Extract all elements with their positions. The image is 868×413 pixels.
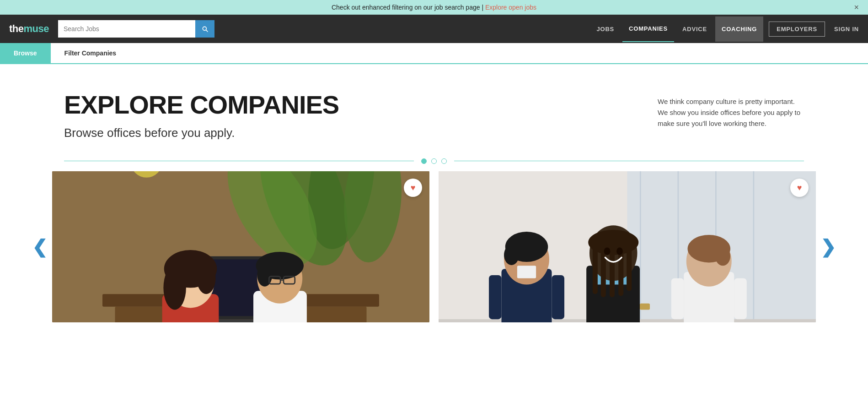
svg-rect-51 bbox=[640, 304, 650, 310]
carousel-dot-2[interactable] bbox=[431, 158, 437, 164]
heart-icon-2: ♥ bbox=[797, 184, 802, 192]
hero-left: EXPLORE COMPANIES Browse offices before … bbox=[64, 92, 630, 140]
banner-text: Check out enhanced filtering on our job … bbox=[332, 4, 485, 11]
divider-left bbox=[64, 161, 414, 161]
hero-right: We think company culture is pretty impor… bbox=[630, 92, 804, 129]
hero-description: We think company culture is pretty impor… bbox=[658, 96, 804, 129]
card-2-favorite-button[interactable]: ♥ bbox=[790, 179, 809, 197]
card-2-image bbox=[439, 171, 816, 322]
svg-point-14 bbox=[163, 266, 186, 310]
logo: themuse bbox=[9, 23, 49, 35]
svg-rect-57 bbox=[734, 278, 747, 319]
card-2-illustration bbox=[439, 171, 816, 322]
logo-the: the bbox=[9, 23, 24, 34]
card-1-image bbox=[52, 171, 429, 322]
site-header: themuse JOBS COMPANIES ADVICE COACHING E… bbox=[0, 15, 868, 43]
company-card-2: ♥ bbox=[439, 171, 816, 322]
svg-rect-56 bbox=[671, 278, 684, 319]
company-card-1: ♥ bbox=[52, 171, 429, 322]
svg-point-36 bbox=[504, 245, 519, 265]
hero-title: EXPLORE COMPANIES bbox=[64, 92, 630, 119]
banner-link[interactable]: Explore open jobs bbox=[485, 4, 536, 11]
nav-item-companies[interactable]: COMPANIES bbox=[622, 16, 674, 42]
svg-point-48 bbox=[588, 230, 638, 255]
divider-right bbox=[454, 161, 804, 161]
subnav: Browse Filter Companies bbox=[0, 43, 868, 64]
announcement-banner: Check out enhanced filtering on our job … bbox=[0, 0, 868, 15]
card-1-favorite-button[interactable]: ♥ bbox=[404, 179, 422, 197]
subnav-browse[interactable]: Browse bbox=[0, 43, 51, 63]
main-nav: JOBS COMPANIES ADVICE COACHING EMPLOYERS… bbox=[590, 16, 859, 42]
svg-rect-39 bbox=[552, 275, 565, 319]
svg-point-50 bbox=[616, 247, 623, 255]
search-icon bbox=[201, 25, 209, 33]
carousel-prev-button[interactable]: ❮ bbox=[27, 236, 52, 257]
nav-employers-button[interactable]: EMPLOYERS bbox=[769, 22, 825, 37]
hero-subtitle: Browse offices before you apply. bbox=[64, 126, 630, 140]
carousel-dot-1[interactable] bbox=[421, 158, 427, 164]
carousel-track: ♥ bbox=[52, 171, 816, 322]
logo-muse: muse bbox=[24, 23, 49, 34]
carousel: ❮ bbox=[0, 171, 868, 322]
nav-signin-link[interactable]: SIGN IN bbox=[834, 26, 859, 33]
subnav-filter-companies[interactable]: Filter Companies bbox=[51, 43, 130, 63]
nav-item-coaching[interactable]: COACHING bbox=[715, 16, 763, 42]
nav-item-jobs[interactable]: JOBS bbox=[590, 16, 621, 42]
banner-close-button[interactable]: × bbox=[854, 3, 859, 12]
search-bar bbox=[58, 20, 214, 38]
svg-rect-37 bbox=[517, 266, 536, 278]
svg-point-49 bbox=[604, 247, 611, 255]
search-input[interactable] bbox=[58, 20, 195, 38]
svg-rect-38 bbox=[489, 275, 502, 319]
carousel-dots bbox=[414, 158, 454, 164]
hero-section: EXPLORE COMPANIES Browse offices before … bbox=[0, 64, 868, 158]
logo-link[interactable]: themuse bbox=[9, 23, 49, 35]
carousel-dot-3[interactable] bbox=[441, 158, 447, 164]
card-1-illustration bbox=[52, 171, 429, 322]
svg-point-15 bbox=[197, 262, 215, 294]
nav-item-advice[interactable]: ADVICE bbox=[676, 16, 713, 42]
carousel-dots-row bbox=[0, 158, 868, 164]
carousel-next-button[interactable]: ❯ bbox=[816, 236, 841, 257]
heart-icon: ♥ bbox=[411, 184, 416, 192]
svg-point-55 bbox=[715, 247, 730, 266]
svg-rect-31 bbox=[753, 171, 755, 322]
svg-rect-28 bbox=[640, 171, 641, 322]
search-button[interactable] bbox=[195, 20, 214, 38]
